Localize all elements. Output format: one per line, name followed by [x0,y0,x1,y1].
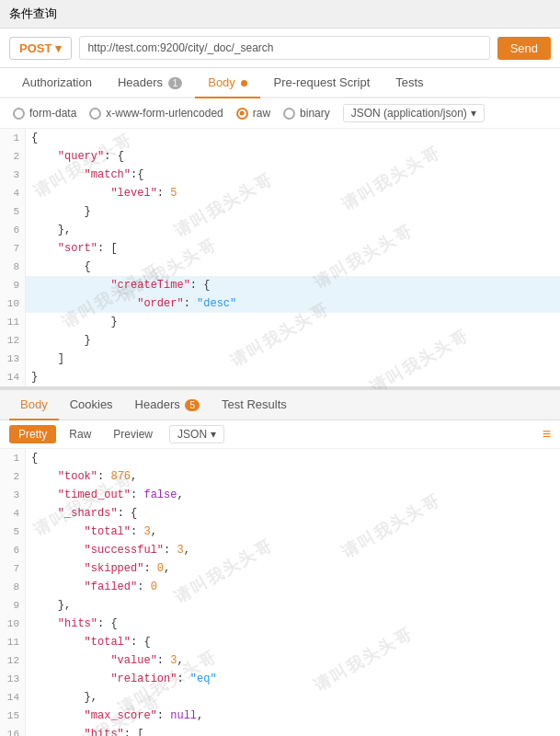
tab-pre-request[interactable]: Pre-request Script [260,68,383,98]
line-content: "skipped": 0, [26,559,176,578]
resp-tab-headers[interactable]: Headers 5 [124,390,211,420]
url-input[interactable] [79,36,489,60]
resp-code-line: 2 "took": 876, [0,467,560,486]
req-code-line: 8 { [0,258,560,276]
line-number: 2 [0,147,26,166]
tab-headers[interactable]: Headers 1 [105,68,195,98]
line-content: } [26,368,43,386]
form-data-radio-circle [13,108,25,120]
line-content: "hits": { [26,615,123,633]
response-tabs: Body Cookies Headers 5 Test Results [0,389,560,420]
line-content: "level": 5 [26,184,182,202]
headers-badge: 1 [168,77,183,89]
line-content: } [26,313,123,331]
body-options: form-data x-www-form-urlencoded raw bina… [0,98,560,129]
resp-tab-cookies[interactable]: Cookies [59,390,124,420]
resp-code-line: 14 }, [0,688,560,707]
line-number: 13 [0,350,26,368]
tab-body[interactable]: Body [195,68,260,98]
json-chevron-icon: ▾ [471,107,476,120]
req-code-line: 6 }, [0,221,560,239]
line-number: 6 [0,541,26,559]
line-number: 7 [0,239,26,258]
line-number: 8 [0,578,26,596]
req-code-line: 5 } [0,202,560,221]
req-code-line: 1{ [0,129,560,147]
line-content: "query": { [26,147,130,166]
line-content: { [26,258,97,276]
response-format-bar: Pretty Raw Preview JSON ▾ ≡ [0,420,560,449]
request-code-editor[interactable]: 1{2 "query": {3 "match":{4 "level": 55 }… [0,129,560,389]
resp-code-line: 1{ [0,449,560,467]
line-number: 15 [0,707,26,725]
line-content: "failed": 0 [26,578,163,596]
line-number: 14 [0,368,26,386]
line-number: 1 [0,129,26,147]
request-tabs: Authorization Headers 1 Body Pre-request… [0,68,560,98]
line-number: 3 [0,486,26,504]
line-number: 10 [0,294,26,313]
form-data-radio[interactable]: form-data [13,107,76,120]
line-content: "timed_out": false, [26,486,189,504]
method-button[interactable]: POST ▾ [9,37,72,60]
tab-tests[interactable]: Tests [383,68,436,98]
line-content: "_shards": { [26,504,143,523]
request-row: POST ▾ Send [0,29,560,68]
resp-code-line: 8 "failed": 0 [0,578,560,596]
body-dot [241,80,247,86]
resp-tab-body[interactable]: Body [9,390,59,420]
line-content: "relation": "eq" [26,670,223,688]
line-content: "hits": [ [26,725,149,736]
line-number: 5 [0,202,26,221]
raw-button[interactable]: Raw [60,425,100,443]
resp-tab-test-results[interactable]: Test Results [211,390,298,420]
resp-code-line: 4 "_shards": { [0,504,560,523]
line-number: 16 [0,725,26,736]
resp-json-label: JSON [177,428,207,441]
raw-radio-circle [236,108,248,120]
json-type-select[interactable]: JSON (application/json) ▾ [343,104,485,122]
line-number: 4 [0,504,26,523]
req-code-line: 10 "order": "desc" [0,294,560,313]
line-number: 6 [0,221,26,239]
line-number: 3 [0,166,26,184]
line-number: 14 [0,688,26,707]
line-content: "max_score": null, [26,707,209,725]
binary-radio[interactable]: binary [283,107,330,120]
line-number: 9 [0,276,26,294]
line-number: 2 [0,467,26,486]
line-content: { [26,449,43,467]
pretty-button[interactable]: Pretty [9,425,56,443]
resp-json-select[interactable]: JSON ▾ [169,425,224,443]
urlencoded-radio[interactable]: x-www-form-urlencoded [89,107,223,120]
line-number: 11 [0,313,26,331]
tab-authorization[interactable]: Authorization [9,68,105,98]
send-button[interactable]: Send [497,37,551,60]
line-content: "createTime": { [26,276,215,294]
line-content: "successful": 3, [26,541,196,559]
format-icon[interactable]: ≡ [543,426,551,443]
response-code-editor[interactable]: 1{2 "took": 876,3 "timed_out": false,4 "… [0,449,560,736]
urlencoded-radio-circle [89,108,101,120]
line-content: ] [26,350,70,368]
req-code-line: 3 "match":{ [0,166,560,184]
req-code-line: 4 "level": 5 [0,184,560,202]
req-code-line: 13 ] [0,350,560,368]
preview-button[interactable]: Preview [104,425,162,443]
resp-code-line: 13 "relation": "eq" [0,670,560,688]
line-content: } [26,331,97,350]
resp-code-line: 7 "skipped": 0, [0,559,560,578]
line-number: 4 [0,184,26,202]
top-bar: 条件查询 [0,0,560,29]
resp-code-line: 5 "total": 3, [0,523,560,541]
line-number: 12 [0,651,26,670]
response-editor-container: 1{2 "took": 876,3 "timed_out": false,4 "… [0,449,560,736]
resp-headers-badge: 5 [185,399,200,411]
binary-label: binary [300,107,330,120]
resp-json-chevron-icon: ▾ [211,428,216,441]
resp-code-line: 11 "total": { [0,633,560,651]
resp-code-line: 10 "hits": { [0,615,560,633]
form-data-label: form-data [29,107,76,120]
line-number: 1 [0,449,26,467]
raw-radio[interactable]: raw [236,107,270,120]
